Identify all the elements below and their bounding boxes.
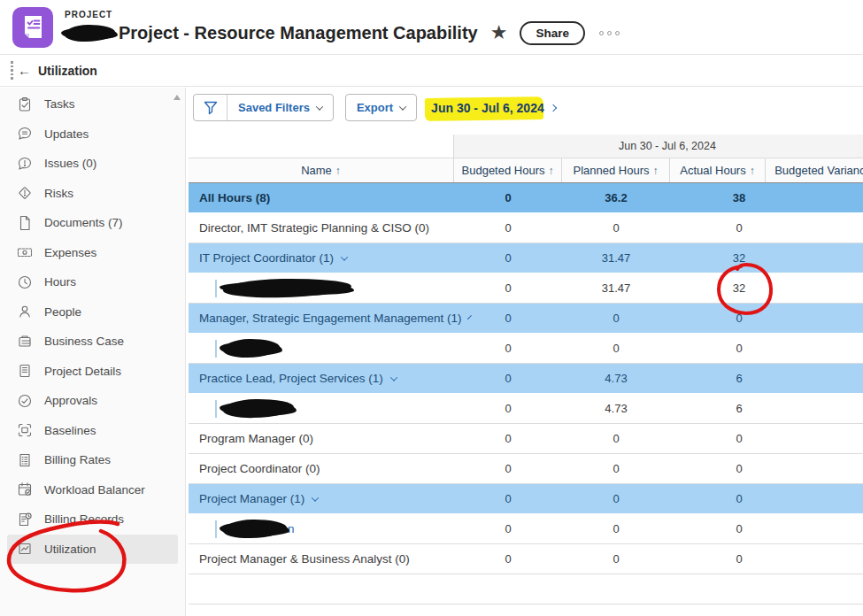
saved-filters-label: Saved Filters: [238, 101, 310, 114]
sidebar-item-updates[interactable]: Updates: [7, 119, 178, 150]
sidebar-item-billing-rates[interactable]: Billing Rates: [7, 445, 178, 475]
planned-hours-value: 36.2: [562, 191, 670, 204]
table-row-project-coordinator-0: Project Coordinator (0)000: [189, 454, 863, 484]
workload-balancer-icon: [17, 481, 33, 497]
sidebar-scroll-up-icon[interactable]: [173, 95, 181, 100]
table-row-project-manager-business-analyst-0: Project Manager & Business Analyst (0)00…: [189, 544, 863, 574]
sidebar-item-billing-records[interactable]: Billing Records: [7, 504, 178, 535]
budgeted-hours-value: 0: [454, 281, 562, 295]
back-arrow-icon[interactable]: ←: [18, 63, 31, 78]
sidebar-item-people[interactable]: People: [7, 297, 178, 327]
chevron-down-icon[interactable]: [390, 373, 397, 381]
sidebar-item-approvals[interactable]: Approvals: [7, 386, 178, 416]
indent-bar: [215, 340, 217, 358]
table-row-redacted-person: 000: [189, 334, 863, 364]
actual-hours-value: 6: [691, 402, 787, 415]
sidebar-item-documents-7[interactable]: Documents (7): [7, 208, 178, 238]
sidebar-item-project-details[interactable]: Project Details: [7, 357, 178, 387]
sidebar-item-issues-0[interactable]: Issues (0): [7, 149, 178, 179]
actual-hours-value: 0: [691, 462, 787, 475]
row-name-redacted[interactable]: [189, 279, 454, 297]
sidebar-item-label: Tasks: [44, 97, 75, 111]
planned-hours-value: 4.73: [562, 402, 670, 415]
table-body: All Hours (8)036.238Director, IMT Strate…: [189, 183, 863, 604]
budgeted-hours-value: 0: [454, 492, 562, 505]
object-type-label: PROJECT: [65, 10, 620, 19]
documents-icon: [17, 215, 33, 231]
sort-ascending-icon: ↑: [653, 165, 659, 177]
actual-hours-value: 6: [691, 372, 787, 385]
period-band-label: Jun 30 - Jul 6, 2024: [454, 135, 863, 158]
planned-hours-value: 0: [562, 312, 670, 325]
row-name[interactable]: Practice Lead, Project Services (1): [189, 372, 454, 385]
actual-hours-value: 0: [691, 432, 787, 445]
sidebar-item-label: Billing Rates: [44, 453, 111, 466]
row-name-redacted[interactable]: n: [189, 520, 454, 538]
row-name[interactable]: Manager, Strategic Engagement Management…: [189, 312, 454, 325]
sort-ascending-icon: ↑: [548, 165, 553, 177]
row-name-redacted[interactable]: [189, 399, 454, 418]
sidebar-item-label: Documents (7): [44, 216, 123, 229]
billing-rates-icon: [17, 452, 33, 468]
row-name[interactable]: IT Project Coordinator (1): [189, 251, 454, 265]
date-range-label: Jun 30 - Jul 6, 2024: [431, 101, 544, 115]
row-name[interactable]: Project Manager (1): [189, 492, 454, 505]
hours-icon: [17, 274, 33, 290]
empty-row: [189, 574, 863, 604]
sidebar-item-expenses[interactable]: Expenses: [7, 238, 178, 268]
budgeted-hours-value: 0: [454, 191, 562, 204]
favorite-star-icon[interactable]: ★: [490, 23, 508, 42]
planned-hours-value: 0: [562, 342, 670, 355]
sidebar-item-tasks[interactable]: Tasks: [7, 89, 178, 119]
sidebar-item-baselines[interactable]: Baselines: [7, 416, 178, 446]
sort-ascending-icon: ↑: [335, 165, 341, 177]
left-panel-icon[interactable]: [11, 61, 13, 80]
date-range-control[interactable]: Jun 30 - Jul 6, 2024: [431, 101, 556, 115]
chevron-down-icon: [316, 103, 323, 110]
row-name: All Hours (8): [189, 191, 454, 204]
indent-bar: [215, 280, 217, 297]
chevron-down-icon[interactable]: [312, 494, 319, 501]
filter-button[interactable]: [194, 95, 227, 120]
row-name: Project Manager & Business Analyst (0): [189, 552, 454, 566]
row-name-redacted[interactable]: [189, 339, 454, 358]
issues-icon: [17, 156, 33, 172]
redaction-scribble: [223, 519, 287, 538]
chevron-right-icon: [549, 104, 556, 111]
table-row-project-manager-1: Project Manager (1)000: [189, 484, 863, 514]
sidebar-item-workload-balancer[interactable]: Workload Balancer: [7, 475, 178, 505]
chevron-down-icon: [399, 103, 406, 110]
sidebar-item-label: Expenses: [44, 246, 96, 259]
project-type-icon: [12, 7, 53, 48]
table-row-it-project-coordinator-1: IT Project Coordinator (1)031.4732: [189, 243, 863, 273]
column-header-actual-hours[interactable]: Actual Hours↑: [670, 158, 766, 182]
budgeted-hours-value: 0: [454, 522, 562, 535]
chevron-down-icon[interactable]: [341, 253, 348, 260]
approvals-icon: [17, 393, 33, 409]
sidebar-item-risks[interactable]: Risks: [7, 179, 178, 209]
indent-bar: [215, 520, 217, 538]
column-header-planned-hours[interactable]: Planned Hours↑: [562, 158, 670, 182]
row-name: Project Coordinator (0): [189, 462, 454, 475]
column-header-budgeted-variance[interactable]: Budgeted Variance: [766, 158, 863, 182]
planned-hours-value: 0: [562, 432, 670, 445]
export-dropdown[interactable]: Export: [345, 94, 417, 121]
planned-hours-value: 0: [562, 221, 670, 235]
planned-hours-value: 0: [562, 552, 670, 566]
share-button[interactable]: Share: [520, 21, 585, 45]
actual-hours-value: 32: [691, 281, 787, 295]
sidebar-item-hours[interactable]: Hours: [7, 267, 178, 297]
actual-hours-value: 32: [691, 251, 787, 265]
sidebar-item-label: Business Case: [44, 335, 124, 348]
sidebar-item-utilization[interactable]: Utilization: [7, 535, 178, 565]
more-options-icon[interactable]: [599, 31, 620, 35]
saved-filters-dropdown[interactable]: Saved Filters: [227, 95, 333, 120]
utilization-icon: [17, 541, 33, 557]
column-header-name[interactable]: Name↑: [189, 158, 454, 182]
table-row-all-hours-8: All Hours (8)036.238: [189, 183, 863, 213]
indent-bar: [215, 400, 217, 418]
sidebar-item-business-case[interactable]: Business Case: [7, 327, 178, 357]
sidebar-item-label: Approvals: [44, 394, 97, 407]
billing-records-icon: [17, 512, 33, 527]
column-header-budgeted-hours[interactable]: Budgeted Hours↑: [454, 158, 562, 182]
